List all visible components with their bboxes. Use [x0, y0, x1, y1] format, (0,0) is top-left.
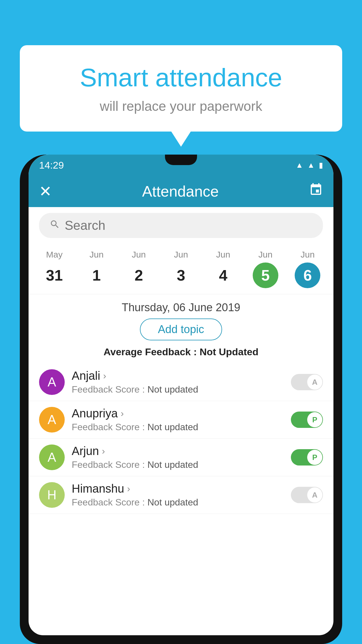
speech-bubble-subtitle: will replace your paperwork	[43, 98, 319, 114]
avg-feedback-value: Not Updated	[200, 346, 259, 357]
student-info: Himanshu ›Feedback Score : Not updated	[72, 482, 284, 508]
calendar-day-1[interactable]: Jun1	[84, 250, 109, 288]
calendar-day-3[interactable]: Jun3	[168, 250, 194, 288]
avatar: H	[39, 482, 65, 508]
search-container	[29, 207, 333, 244]
battery-icon: ▮	[319, 161, 323, 170]
signal-icon: ▲	[307, 161, 315, 170]
chevron-icon: ›	[121, 408, 124, 419]
cal-month-label: May	[46, 250, 63, 260]
cal-month-label: Jun	[258, 250, 272, 260]
score-value: Not updated	[147, 497, 198, 508]
avatar: A	[39, 444, 65, 470]
notch	[165, 155, 197, 165]
score-value: Not updated	[147, 384, 198, 395]
attendance-toggle[interactable]: A	[291, 487, 323, 503]
status-time: 14:29	[39, 160, 64, 171]
calendar-day-4[interactable]: Jun4	[210, 250, 236, 288]
status-bar: 14:29 ▲ ▲ ▮	[29, 155, 333, 176]
score-value: Not updated	[147, 422, 198, 432]
search-input[interactable]	[65, 218, 312, 233]
attendance-toggle[interactable]: P	[291, 412, 323, 428]
search-icon	[50, 219, 60, 232]
cal-day-num: 1	[84, 262, 109, 288]
student-item-0[interactable]: AAnjali ›Feedback Score : Not updatedA	[29, 363, 333, 401]
avatar: A	[39, 369, 65, 395]
attendance-toggle[interactable]: P	[291, 449, 323, 466]
wifi-icon: ▲	[296, 161, 303, 170]
student-score: Feedback Score : Not updated	[72, 384, 284, 395]
avg-feedback: Average Feedback : Not Updated	[29, 346, 333, 358]
toggle-knob: P	[307, 450, 322, 465]
cal-day-num: 3	[168, 262, 194, 288]
calendar-day-6[interactable]: Jun6	[295, 250, 320, 288]
cal-day-num: 31	[41, 262, 67, 288]
cal-month-label: Jun	[301, 250, 314, 260]
toggle-knob: P	[307, 412, 322, 427]
app-title: Attendance	[142, 183, 219, 200]
cal-day-num: 2	[126, 262, 152, 288]
chevron-icon: ›	[102, 446, 105, 456]
cal-day-num: 4	[210, 262, 236, 288]
student-info: Anupriya ›Feedback Score : Not updated	[72, 407, 284, 433]
status-icons: ▲ ▲ ▮	[296, 161, 323, 170]
student-score: Feedback Score : Not updated	[72, 459, 284, 470]
student-info: Anjali ›Feedback Score : Not updated	[72, 369, 284, 395]
student-info: Arjun ›Feedback Score : Not updated	[72, 444, 284, 470]
avg-feedback-label: Average Feedback :	[103, 346, 197, 357]
chevron-icon: ›	[103, 370, 106, 381]
student-item-3[interactable]: HHimanshu ›Feedback Score : Not updatedA	[29, 476, 333, 514]
student-list: AAnjali ›Feedback Score : Not updatedAAA…	[29, 363, 333, 514]
calendar-day-5[interactable]: Jun5	[253, 250, 278, 288]
student-score: Feedback Score : Not updated	[72, 422, 284, 433]
close-icon[interactable]: ✕	[39, 183, 52, 200]
cal-month-label: Jun	[174, 250, 188, 260]
student-item-2[interactable]: AArjun ›Feedback Score : Not updatedP	[29, 439, 333, 476]
student-item-1[interactable]: AAnupriya ›Feedback Score : Not updatedP	[29, 401, 333, 439]
calendar-icon[interactable]	[309, 183, 323, 200]
cal-day-num: 5	[253, 262, 278, 288]
speech-bubble-container: Smart attendance will replace your paper…	[20, 45, 342, 132]
search-bar[interactable]	[39, 213, 323, 238]
speech-bubble-title: Smart attendance	[43, 63, 319, 92]
attendance-toggle[interactable]: A	[291, 374, 323, 390]
cal-day-num: 6	[295, 262, 320, 288]
calendar-day-0[interactable]: May31	[41, 250, 67, 288]
student-name: Himanshu ›	[72, 482, 284, 495]
chevron-icon: ›	[127, 483, 130, 494]
student-name: Anjali ›	[72, 369, 284, 382]
cal-month-label: Jun	[132, 250, 146, 260]
app-bar: ✕ Attendance	[29, 176, 333, 207]
calendar-strip: May31Jun1Jun2Jun3Jun4Jun5Jun6	[29, 244, 333, 294]
toggle-knob: A	[307, 374, 322, 390]
phone-screen: 14:29 ▲ ▲ ▮ ✕ Attendance May31Jun1Jun2J	[29, 155, 333, 635]
calendar-day-2[interactable]: Jun2	[126, 250, 152, 288]
cal-month-label: Jun	[216, 250, 230, 260]
student-name: Anupriya ›	[72, 407, 284, 420]
cal-month-label: Jun	[89, 250, 103, 260]
speech-bubble: Smart attendance will replace your paper…	[20, 45, 342, 132]
student-score: Feedback Score : Not updated	[72, 497, 284, 508]
toggle-knob: A	[307, 487, 322, 503]
score-value: Not updated	[147, 459, 198, 470]
avatar: A	[39, 407, 65, 433]
add-topic-button[interactable]: Add topic	[140, 318, 222, 340]
selected-date: Thursday, 06 June 2019	[29, 294, 333, 318]
student-name: Arjun ›	[72, 444, 284, 458]
